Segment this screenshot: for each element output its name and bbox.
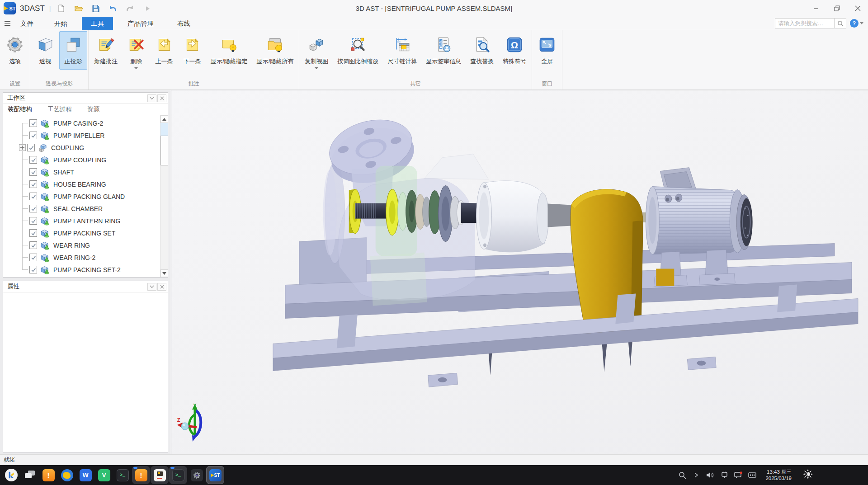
scrollbar-page-region[interactable]	[160, 123, 168, 136]
tray-volume-icon[interactable]	[706, 471, 715, 480]
close-button[interactable]	[847, 0, 868, 17]
open-file-button[interactable]	[73, 3, 85, 14]
tree-item[interactable]: PUMP IMPELLER	[3, 129, 160, 141]
minimize-button[interactable]	[806, 0, 826, 17]
hamburger-icon[interactable]	[5, 21, 10, 26]
file-menu[interactable]: 文件	[14, 17, 40, 30]
taskbar-app-orange-running[interactable]: !	[132, 466, 150, 484]
taskbar-clock[interactable]: 13:43 周三 2025/03/19	[765, 469, 792, 481]
tree-item[interactable]: COUPLING	[3, 141, 160, 154]
visibility-checkbox[interactable]	[29, 254, 37, 261]
new-document-button[interactable]	[56, 3, 67, 14]
taskbar-app-terminal[interactable]: >_	[113, 466, 132, 484]
visibility-checkbox[interactable]	[29, 180, 37, 188]
scroll-down-icon[interactable]	[160, 269, 168, 277]
taskbar-app-3dast[interactable]: ST	[206, 466, 224, 484]
menu-tab-产品管理[interactable]: 产品管理	[118, 17, 163, 30]
workspace-tab-资源[interactable]: 资源	[87, 105, 99, 113]
panel-collapse-button[interactable]	[147, 94, 156, 102]
search-input[interactable]	[775, 18, 835, 28]
ribbon-button-cube[interactable]: 透视	[31, 31, 59, 70]
visibility-checkbox[interactable]	[29, 193, 37, 200]
ribbon-button-note-delete[interactable]: 删除	[122, 31, 150, 70]
tree-item[interactable]: PUMP CASING-2	[3, 117, 160, 129]
menu-tab-开始[interactable]: 开始	[45, 17, 76, 30]
tray-keyboard-icon[interactable]	[748, 471, 757, 480]
3d-viewport[interactable]: Y Z	[171, 90, 868, 454]
taskbar-app-wps[interactable]: W	[76, 466, 94, 484]
taskbar-app-pet[interactable]	[58, 466, 76, 484]
ribbon-button-zoom-scale[interactable]: 按简图比例缩放	[333, 31, 383, 70]
tree-item[interactable]: PUMP PACKING GLAND	[3, 190, 160, 202]
play-button[interactable]	[142, 3, 153, 14]
tree-item[interactable]: WEAR RING-2	[3, 251, 160, 264]
visibility-checkbox[interactable]	[29, 119, 37, 127]
tree-expander-icon[interactable]	[19, 144, 26, 151]
visibility-checkbox[interactable]	[29, 156, 37, 164]
help-dropdown-icon[interactable]	[860, 22, 863, 24]
dropdown-caret-icon[interactable]	[134, 67, 138, 69]
ribbon-button-dim-chain[interactable]: 尺寸链计算	[383, 31, 421, 70]
taskbar-show-desktop[interactable]	[21, 466, 39, 484]
menu-tab-工具[interactable]: 工具	[82, 17, 113, 30]
panel-close-button[interactable]	[157, 283, 166, 291]
ribbon-button-next[interactable]: 下一条	[178, 31, 206, 70]
ribbon-button-ortho[interactable]: 正投影	[59, 31, 87, 70]
tree-item[interactable]: PUMP COUPLING	[3, 154, 160, 166]
tree-scrollbar[interactable]	[160, 115, 168, 277]
tray-search-icon[interactable]	[678, 471, 687, 480]
visibility-checkbox[interactable]	[29, 229, 37, 237]
ribbon-button-sign-info[interactable]: 显示签审信息	[421, 31, 466, 70]
visibility-checkbox[interactable]	[29, 217, 37, 225]
ribbon-button-find-replace[interactable]: 查找替换	[466, 31, 498, 70]
search-icon[interactable]	[835, 18, 846, 28]
panel-collapse-button[interactable]	[147, 283, 156, 291]
ribbon-button-note-new[interactable]: 新建批注	[90, 31, 122, 70]
tree-item[interactable]: SEAL CHAMBER	[3, 202, 160, 215]
tree-item[interactable]: PUMP LANTERN RING	[3, 215, 160, 227]
ribbon-button-bulb-note[interactable]: 显示/隐藏指定	[206, 31, 252, 70]
taskbar-app-terminal-running[interactable]: >_	[169, 466, 187, 484]
menu-tab-布线[interactable]: 布线	[168, 17, 199, 30]
save-button[interactable]	[90, 3, 102, 14]
tree-item[interactable]: PUMP PACKING SET-2	[3, 264, 160, 276]
tree-item[interactable]: PUMP PACKING SET	[3, 227, 160, 239]
ribbon-button-fullscreen[interactable]: 全屏	[533, 31, 561, 70]
taskbar-app-settings[interactable]	[188, 466, 206, 484]
restore-button[interactable]	[826, 0, 847, 17]
undo-button[interactable]	[107, 3, 119, 14]
scroll-up-icon[interactable]	[160, 115, 168, 123]
help-button[interactable]: ?	[850, 19, 859, 28]
visibility-checkbox[interactable]	[29, 266, 37, 273]
redo-button[interactable]	[124, 3, 136, 14]
tree-item[interactable]: HOUSE BEARING	[3, 178, 160, 190]
axis-triad[interactable]: Y Z	[176, 402, 209, 443]
tray-expand-icon[interactable]	[692, 471, 701, 480]
visibility-checkbox[interactable]	[29, 241, 37, 249]
visibility-checkbox[interactable]	[27, 144, 35, 151]
pump-assembly-model[interactable]	[171, 90, 868, 454]
visibility-checkbox[interactable]	[29, 132, 37, 139]
workspace-tab-工艺过程[interactable]: 工艺过程	[47, 105, 72, 113]
workspace-tab-装配结构[interactable]: 装配结构	[8, 105, 32, 113]
visibility-checkbox[interactable]	[29, 205, 37, 212]
ribbon-button-omega[interactable]: Ω特殊符号	[498, 31, 531, 70]
taskbar-app-orange[interactable]: !	[39, 466, 57, 484]
taskbar-app-green[interactable]: V	[95, 466, 113, 484]
tray-input-method-icon[interactable]	[720, 471, 729, 480]
ribbon-button-gear[interactable]: 选项	[1, 31, 29, 70]
tray-messages-icon[interactable]	[734, 471, 743, 480]
tree-item[interactable]: WEAR RING	[3, 239, 160, 251]
taskbar-start-menu[interactable]	[2, 466, 20, 484]
ribbon-button-copy-view[interactable]: 复制视图	[300, 31, 333, 70]
visibility-checkbox[interactable]	[29, 168, 37, 176]
ribbon-button-prev[interactable]: 上一条	[150, 31, 178, 70]
scrollbar-thumb[interactable]	[160, 136, 168, 165]
taskbar-app-document[interactable]	[151, 466, 169, 484]
panel-close-button[interactable]	[157, 94, 166, 102]
tree-item[interactable]: SHAFT	[3, 166, 160, 178]
ribbon-button-label: 删除	[130, 57, 142, 66]
dropdown-caret-icon[interactable]	[315, 67, 318, 69]
ribbon-button-bulb-folder[interactable]: 显示/隐藏所有	[252, 31, 298, 70]
night-light-icon[interactable]	[803, 469, 813, 481]
